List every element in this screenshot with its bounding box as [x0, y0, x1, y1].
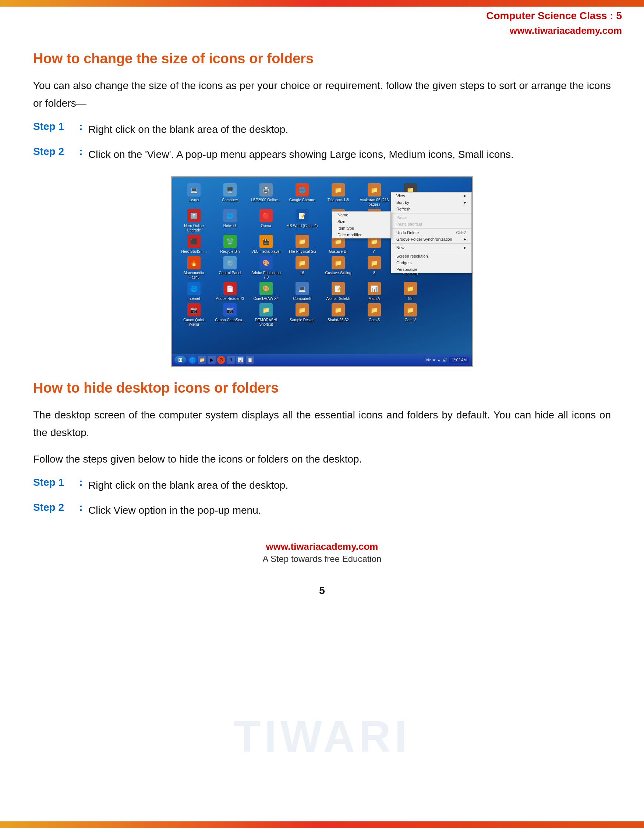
desktop-icon-17[interactable]: 📁Title Physical Sci	[285, 234, 319, 254]
desktop-icon-39[interactable]: 📁Shabd-26-32	[322, 303, 355, 327]
menu-item-paste: Paste	[391, 214, 472, 221]
section2-heading: How to hide desktop icons or folders	[33, 380, 611, 396]
menu-item-groove-folder-synchronization[interactable]: Groove Folder Synchronization	[391, 236, 472, 243]
section1-intro: You can also change the size of the icon…	[33, 77, 611, 112]
menu-item-screen-resolution[interactable]: Screen resolution	[391, 253, 472, 259]
desktop-icon-label-7: Nero Online Upgrade	[179, 224, 210, 232]
menu-item-label: Personalize	[396, 267, 417, 271]
desktop-icon-22[interactable]: ⚙️Control Panel	[213, 256, 246, 280]
main-content: How to change the size of icons or folde…	[0, 6, 644, 636]
taskbar-chrome-icon[interactable]: G	[217, 356, 225, 364]
desktop-icon-34[interactable]: 📁88	[394, 281, 427, 301]
desktop-icon-41[interactable]: 📁Com V	[394, 303, 427, 327]
desktop-icon-10[interactable]: 📝MS Word (Class-4)	[285, 208, 319, 232]
menu-item-label: Refresh	[396, 207, 411, 211]
submenu-size: Size	[332, 218, 390, 225]
taskbar-links-text: Links ≫	[423, 358, 436, 362]
menu-item-personalize[interactable]: Personalize	[391, 266, 472, 273]
desktop-icon-label-21: Macromedia Flash6	[179, 271, 210, 280]
desktop-icon-label-15: Recycle Bin	[221, 249, 240, 254]
section2-step1: Step 1 : Right click on the blank area o…	[33, 477, 611, 494]
section2-intro: The desktop screen of the computer syste…	[33, 406, 611, 441]
desktop-icon-15[interactable]: 🗑️Recycle Bin	[213, 234, 246, 254]
desktop-icon-label-25: Gustave Writing	[325, 271, 351, 275]
menu-item-undo-delete[interactable]: Undo DeleteCtrl+Z	[391, 229, 472, 236]
menu-item-label: Undo Delete	[396, 231, 419, 235]
desktop-icon-label-36: Canon CanoSca...	[215, 318, 245, 322]
desktop-icon-7[interactable]: ⬆️Nero Online Upgrade	[177, 208, 210, 232]
page-number: 5	[33, 585, 611, 607]
footer: www.tiwariacademy.com A Step towards fre…	[33, 541, 611, 579]
top-border	[0, 0, 644, 6]
desktop-icon-38[interactable]: 📁Sample Design	[285, 303, 319, 327]
desktop-icon-label-10: MS Word (Class-4)	[287, 224, 318, 228]
desktop-icon-29[interactable]: 📄Adobe Reader XI	[213, 281, 246, 301]
desktop-area: 💻skynet🖥️Computer🖨️LBP2900 Online...🌐Goo…	[172, 177, 472, 354]
desktop-icon-9[interactable]: 🔴Opera	[249, 208, 283, 232]
desktop-icon-label-40: Com-5	[369, 318, 380, 322]
menu-item-view[interactable]: View	[391, 193, 472, 199]
desktop-icon-33[interactable]: 📊Math A	[358, 281, 391, 301]
desktop-icon-label-18: Gustave-BI	[329, 249, 347, 254]
desktop-icon-label-29: Adobe Reader XI	[216, 296, 244, 301]
start-button[interactable]: ⊞	[174, 356, 186, 364]
desktop-icon-23[interactable]: 🎨Adobe Photoshop 7.0	[249, 256, 283, 280]
menu-item-paste-shortcut: Paste shortcut	[391, 221, 472, 227]
desktop-icon-31[interactable]: 💻Computer8	[285, 281, 319, 301]
step1-colon: :	[74, 121, 88, 132]
menu-item-label: View	[396, 194, 405, 198]
desktop-icon-35[interactable]: 📷Canon Quick iMenu	[177, 303, 210, 327]
taskbar-app2-icon[interactable]: 📋	[246, 356, 254, 364]
desktop-icon-label-14: Nero StartSm...	[182, 249, 207, 254]
desktop-icon-label-26: 8	[373, 271, 375, 275]
desktop-icon-4[interactable]: 📁Title com-1-8	[322, 182, 355, 207]
menu-item-label: Paste shortcut	[396, 222, 422, 226]
desktop-icon-label-33: Math A	[368, 296, 380, 301]
taskbar-folder-icon[interactable]: 📁	[198, 356, 206, 364]
desktop-icon-40[interactable]: 📁Com-5	[358, 303, 391, 327]
desktop-icon-label-17: Title Physical Sci	[288, 249, 316, 254]
footer-website: www.tiwariacademy.com	[33, 541, 611, 552]
desktop-icon-8[interactable]: 🌐Network	[213, 208, 246, 232]
desktop-icon-label-34: 88	[408, 296, 412, 301]
menu-item-label: Gadgets	[396, 260, 412, 265]
taskbar-app1-icon[interactable]: 📊	[236, 356, 244, 364]
step2-colon: :	[74, 146, 88, 157]
desktop-icon-label-28: Internet	[188, 296, 200, 301]
taskbar-0-icon[interactable]: 0	[227, 356, 235, 364]
desktop-icon-24[interactable]: 📁16	[285, 256, 319, 280]
desktop-icon-28[interactable]: 🌐Internet	[177, 281, 210, 301]
taskbar-media-icon[interactable]: ▶	[208, 356, 216, 364]
desktop-icon-5[interactable]: 📁Vyakaran 06 (216 pages)	[358, 182, 391, 207]
s2-step1-text: Right click on the blank area of the des…	[88, 477, 611, 494]
header-info: Computer Science Class : 5 www.tiwariaca…	[486, 8, 622, 38]
desktop-icon-label-38: Sample Design	[290, 318, 315, 322]
desktop-icon-14[interactable]: ⬛Nero StartSm...	[177, 234, 210, 254]
menu-item-sort-by[interactable]: Sort by	[391, 199, 472, 206]
desktop-icon-25[interactable]: 📁Gustave Writing	[322, 256, 355, 280]
menu-item-new[interactable]: New	[391, 245, 472, 251]
menu-item-label: Paste	[396, 215, 407, 220]
desktop-screenshot: 💻skynet🖥️Computer🖨️LBP2900 Online...🌐Goo…	[171, 176, 473, 367]
desktop-icon-16[interactable]: 🎬VLC media player	[249, 234, 283, 254]
desktop-icon-30[interactable]: 🎨CorelDRAW X4	[249, 281, 283, 301]
desktop-icon-21[interactable]: 🔥Macromedia Flash6	[177, 256, 210, 280]
desktop-icon-label-9: Opera	[261, 224, 271, 228]
desktop-icon-36[interactable]: 📷Canon CanoSca...	[213, 303, 246, 327]
desktop-icon-0[interactable]: 💻skynet	[177, 182, 210, 207]
section1-heading: How to change the size of icons or folde…	[33, 51, 611, 67]
desktop-icon-32[interactable]: 📝Akshar Sulekh	[322, 281, 355, 301]
desktop-icon-26[interactable]: 📁8	[358, 256, 391, 280]
taskbar-ie-icon[interactable]: 🌐	[188, 356, 196, 364]
menu-item-label: Groove Folder Synchronization	[396, 237, 452, 242]
desktop-icon-37[interactable]: 📁DEMORASHI Shortcut	[249, 303, 283, 327]
menu-item-gadgets[interactable]: Gadgets	[391, 259, 472, 266]
desktop-icon-2[interactable]: 🖨️LBP2900 Online...	[249, 182, 283, 207]
menu-item-refresh[interactable]: Refresh	[391, 206, 472, 212]
menu-item-label: Sort by	[396, 200, 409, 205]
desktop-icon-label-3: Google Chrome	[289, 198, 315, 202]
desktop-icon-3[interactable]: 🌐Google Chrome	[285, 182, 319, 207]
desktop-icon-1[interactable]: 🖥️Computer	[213, 182, 246, 207]
section1-step1: Step 1 : Right click on the blank area o…	[33, 121, 611, 138]
bottom-border	[0, 822, 644, 828]
